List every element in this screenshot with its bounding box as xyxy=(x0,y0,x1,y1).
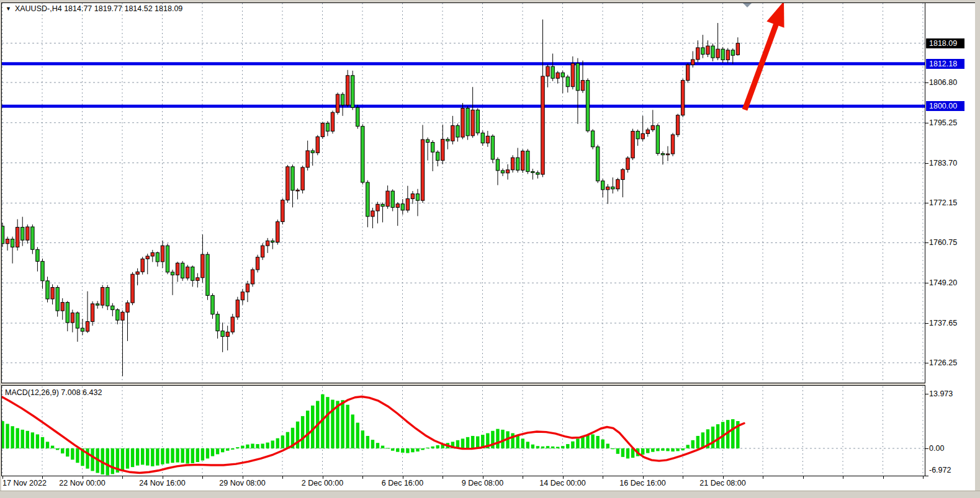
candle[interactable] xyxy=(356,105,359,129)
candle[interactable] xyxy=(156,252,159,267)
candle[interactable] xyxy=(641,116,644,141)
candle[interactable] xyxy=(391,189,394,211)
candle[interactable] xyxy=(496,158,499,185)
candle[interactable] xyxy=(436,150,439,166)
symbol-dropdown-icon[interactable]: ▼ xyxy=(6,6,11,12)
candle[interactable] xyxy=(521,149,524,173)
candle[interactable] xyxy=(266,238,269,253)
candle[interactable] xyxy=(596,145,599,183)
candle[interactable] xyxy=(116,308,119,324)
candle[interactable] xyxy=(506,164,509,180)
candle[interactable] xyxy=(316,135,319,156)
candle[interactable] xyxy=(206,252,209,300)
candle[interactable] xyxy=(486,131,489,147)
candle[interactable] xyxy=(341,92,344,116)
candle[interactable] xyxy=(121,311,124,376)
candle[interactable] xyxy=(516,148,519,172)
candle[interactable] xyxy=(531,169,534,179)
candle[interactable] xyxy=(31,225,34,254)
candle[interactable] xyxy=(376,202,379,223)
candle[interactable] xyxy=(201,234,204,282)
candle[interactable] xyxy=(256,255,259,273)
candle[interactable] xyxy=(161,241,164,268)
candle[interactable] xyxy=(476,109,479,136)
candle[interactable] xyxy=(556,71,559,83)
candle[interactable] xyxy=(606,184,609,204)
candle[interactable] xyxy=(136,269,139,285)
candle[interactable] xyxy=(721,47,724,63)
candle[interactable] xyxy=(676,113,679,137)
candle[interactable] xyxy=(601,179,605,197)
candle[interactable] xyxy=(236,297,239,320)
candle[interactable] xyxy=(566,75,569,93)
candle[interactable] xyxy=(371,208,374,228)
candle[interactable] xyxy=(716,23,719,60)
candle[interactable] xyxy=(321,122,324,138)
candle[interactable] xyxy=(681,79,684,117)
candle[interactable] xyxy=(306,141,309,171)
candle[interactable] xyxy=(471,87,474,138)
candle[interactable] xyxy=(146,254,149,274)
candle[interactable] xyxy=(646,128,649,137)
candle[interactable] xyxy=(51,284,54,305)
candle[interactable] xyxy=(196,273,199,287)
candle[interactable] xyxy=(451,116,454,145)
candle[interactable] xyxy=(361,124,364,184)
candle[interactable] xyxy=(456,123,459,141)
candle[interactable] xyxy=(571,56,574,89)
candle[interactable] xyxy=(21,217,24,246)
candle[interactable] xyxy=(366,180,369,228)
candle[interactable] xyxy=(466,106,469,140)
candle[interactable] xyxy=(286,165,289,203)
candle[interactable] xyxy=(81,319,84,335)
trend-arrow[interactable] xyxy=(745,3,784,110)
candle[interactable] xyxy=(251,268,254,287)
candle[interactable] xyxy=(546,64,549,87)
candle[interactable] xyxy=(346,70,349,107)
candle[interactable] xyxy=(591,129,594,149)
candle[interactable] xyxy=(171,270,174,295)
candle[interactable] xyxy=(296,189,299,200)
candle[interactable] xyxy=(231,314,234,334)
candle[interactable] xyxy=(111,303,114,316)
candle[interactable] xyxy=(211,293,214,319)
candle[interactable] xyxy=(246,281,249,302)
candle[interactable] xyxy=(651,110,654,131)
candle[interactable] xyxy=(86,291,89,333)
candle[interactable] xyxy=(191,265,194,287)
candle[interactable] xyxy=(141,257,144,275)
candle[interactable] xyxy=(91,301,94,326)
candle[interactable] xyxy=(176,262,179,282)
candle[interactable] xyxy=(696,40,699,62)
candle[interactable] xyxy=(241,289,244,305)
candle[interactable] xyxy=(671,133,674,156)
candle[interactable] xyxy=(291,164,294,207)
candle[interactable] xyxy=(216,311,219,339)
candle[interactable] xyxy=(501,169,504,176)
candle[interactable] xyxy=(666,146,669,161)
candle[interactable] xyxy=(461,103,464,139)
candle[interactable] xyxy=(576,58,579,124)
candle[interactable] xyxy=(611,177,614,193)
candle[interactable] xyxy=(2,223,4,247)
candle[interactable] xyxy=(36,247,39,271)
candle[interactable] xyxy=(226,326,229,350)
candle[interactable] xyxy=(626,156,629,172)
candle[interactable] xyxy=(381,203,384,223)
candle[interactable] xyxy=(261,243,264,260)
candle[interactable] xyxy=(441,125,444,164)
candle[interactable] xyxy=(551,53,554,81)
candle[interactable] xyxy=(61,298,64,320)
candle[interactable] xyxy=(186,265,189,280)
candle[interactable] xyxy=(431,140,434,171)
candle[interactable] xyxy=(686,63,690,83)
candle[interactable] xyxy=(636,130,639,146)
candle[interactable] xyxy=(396,202,399,226)
candle[interactable] xyxy=(631,129,634,160)
candle[interactable] xyxy=(581,61,584,93)
candle[interactable] xyxy=(126,300,129,341)
candle[interactable] xyxy=(736,37,739,55)
candle[interactable] xyxy=(411,191,414,204)
candle[interactable] xyxy=(71,309,74,332)
candle[interactable] xyxy=(26,225,29,244)
